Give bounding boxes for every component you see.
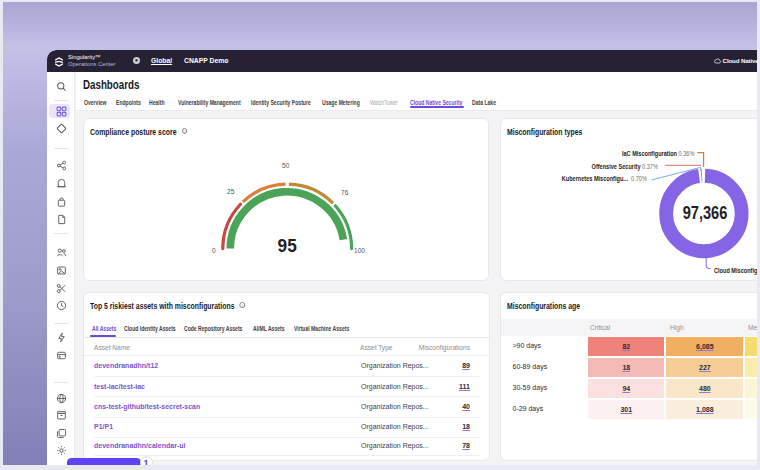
svg-text:0: 0 xyxy=(212,247,216,254)
svg-text:95: 95 xyxy=(277,235,297,256)
svg-text:76: 76 xyxy=(341,189,349,196)
svg-text:50: 50 xyxy=(282,162,290,169)
svg-text:100: 100 xyxy=(354,247,365,254)
svg-text:25: 25 xyxy=(227,188,235,195)
